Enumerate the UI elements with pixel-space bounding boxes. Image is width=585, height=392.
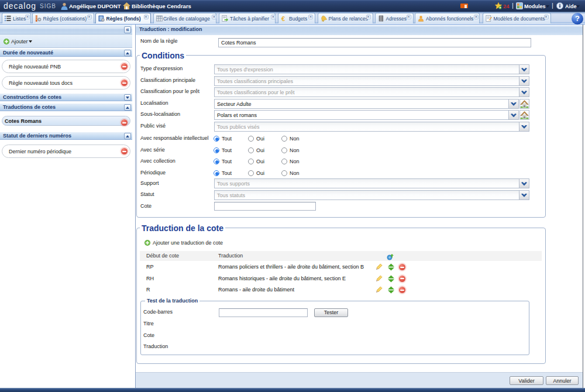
svg-text:€: € <box>281 15 285 22</box>
